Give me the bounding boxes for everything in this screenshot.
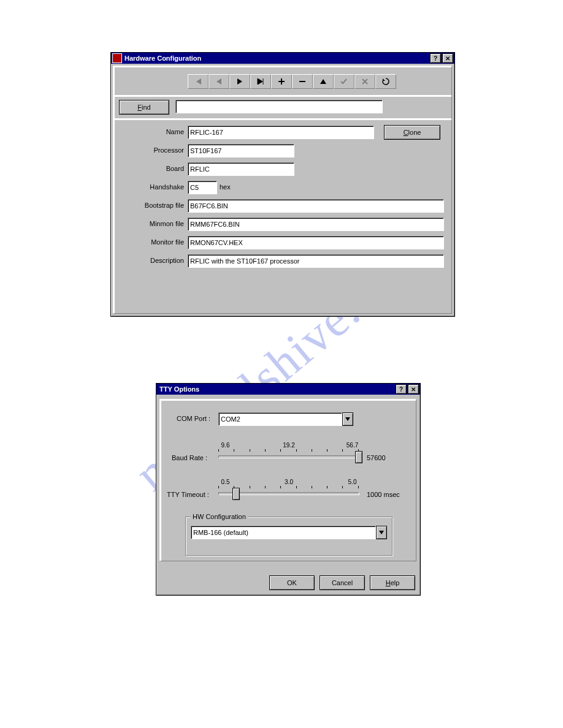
monitor-value: RMON67CV.HEX (190, 239, 243, 246)
timeout-tick-1: 3.0 (285, 479, 293, 485)
tb-refresh[interactable] (375, 74, 396, 89)
hw-form-panel: Name RFLIC-167 Clone Processor ST10F167 … (113, 119, 452, 314)
prev-icon (216, 78, 222, 85)
hw-config-chevron[interactable] (376, 526, 387, 539)
comport-dropdown[interactable]: COM2 (218, 412, 353, 426)
timeout-tick-2: 5.0 (348, 479, 357, 485)
chevron-down-icon (379, 531, 384, 534)
help-button[interactable]: ? (430, 53, 441, 63)
refresh-icon (382, 78, 389, 85)
tb-remove[interactable] (292, 74, 313, 89)
hw-find-panel: Find (113, 96, 452, 119)
monitor-input[interactable]: RMON67CV.HEX (188, 236, 444, 249)
bootstrap-input[interactable]: B67FC6.BIN (188, 199, 444, 213)
description-value: RFLIC with the ST10F167 processor (190, 257, 300, 265)
ok-button[interactable]: OK (269, 575, 315, 590)
close-icon: ✕ (411, 386, 416, 393)
check-icon (340, 78, 348, 85)
tb-last[interactable] (250, 74, 271, 89)
tb-apply[interactable] (334, 74, 354, 89)
tty-titlebar: TTY Options ? ✕ (156, 384, 420, 395)
clone-label: Clone (404, 129, 421, 136)
name-label: Name (120, 128, 184, 135)
timeout-label: TTY Timeout : (167, 491, 209, 498)
tb-first[interactable] (188, 74, 209, 89)
help-icon: ? (399, 386, 403, 393)
cancel-label: Cancel (332, 579, 353, 586)
baudrate-value: 57600 (367, 454, 386, 461)
tb-cancel[interactable] (354, 74, 375, 89)
close-icon: ✕ (445, 55, 450, 62)
processor-label: Processor (120, 146, 184, 154)
hw-toolbar (188, 74, 396, 89)
board-value: RFLIC (190, 165, 210, 173)
ok-label: OK (287, 579, 297, 586)
comport-label: COM Port : (177, 415, 210, 422)
hw-title: Hardware Configuration (124, 55, 429, 62)
minmon-label: Minmon file (120, 220, 184, 227)
find-label: Find (137, 104, 150, 111)
processor-input[interactable]: ST10F167 (188, 144, 294, 157)
timeout-thumb[interactable] (232, 488, 240, 500)
find-input[interactable] (175, 100, 383, 113)
tb-add[interactable] (271, 74, 292, 89)
help-button[interactable]: Help (370, 575, 415, 590)
minmon-input[interactable]: RMM67FC6.BIN (188, 218, 444, 231)
baudrate-thumb[interactable] (355, 451, 362, 463)
description-label: Description (120, 257, 184, 264)
hw-config-dropdown[interactable]: RMB-166 (default) (191, 526, 387, 539)
minus-icon (299, 78, 305, 85)
bootstrap-value: B67FC6.BIN (190, 202, 228, 210)
baud-tick-0: 9.6 (221, 442, 230, 449)
tb-play[interactable] (229, 74, 250, 89)
description-input[interactable]: RFLIC with the ST10F167 processor (188, 254, 444, 268)
cancel-button[interactable]: Cancel (320, 575, 365, 590)
hardware-config-window: Hardware Configuration ? ✕ Find Name RFL… (110, 52, 455, 317)
first-icon (194, 78, 202, 85)
name-input[interactable]: RFLIC-167 (188, 126, 374, 139)
hw-toolbar-panel (113, 66, 452, 96)
play-icon (237, 78, 243, 85)
close-button[interactable]: ✕ (442, 53, 453, 63)
hw-config-group: HW Configuration RMB-166 (default) (185, 517, 393, 556)
hw-titlebar: Hardware Configuration ? ✕ (111, 53, 454, 64)
plus-icon (278, 78, 285, 85)
find-button[interactable]: Find (119, 100, 169, 115)
tty-main-panel: COM Port : COM2 Baud Rate : 9.6 19.2 56.… (160, 400, 416, 561)
tty-options-window: TTY Options ? ✕ COM Port : COM2 Baud Rat… (156, 383, 421, 596)
timeout-tick-0: 0.5 (221, 479, 230, 485)
processor-value: ST10F167 (190, 147, 221, 154)
help-label: Help (386, 579, 400, 586)
hw-config-legend: HW Configuration (191, 513, 248, 520)
app-icon (112, 53, 122, 63)
chevron-down-icon (345, 417, 350, 421)
baudrate-label: Baud Rate : (172, 454, 207, 461)
last-icon (257, 78, 264, 85)
tty-help-button[interactable]: ? (396, 384, 407, 394)
hex-label: hex (220, 183, 231, 191)
up-icon (320, 79, 326, 84)
bootstrap-label: Bootstrap file (120, 202, 184, 209)
handshake-input[interactable]: C5 (188, 181, 217, 194)
help-icon: ? (434, 55, 437, 62)
board-input[interactable]: RFLIC (188, 162, 294, 176)
comport-chevron[interactable] (342, 412, 353, 426)
baud-tick-2: 56.7 (347, 442, 358, 449)
tb-prev[interactable] (209, 74, 229, 89)
comport-value: COM2 (221, 415, 240, 423)
hw-config-value: RMB-166 (default) (193, 529, 248, 536)
monitor-label: Monitor file (120, 238, 184, 246)
board-label: Board (120, 165, 184, 172)
minmon-value: RMM67FC6.BIN (190, 221, 240, 228)
baudrate-slider[interactable] (218, 449, 359, 459)
svg-rect-0 (299, 81, 305, 82)
baud-tick-1: 19.2 (283, 442, 294, 449)
timeout-slider[interactable] (218, 486, 359, 496)
handshake-label: Handshake (120, 183, 184, 191)
clone-button[interactable]: Clone (384, 125, 440, 140)
tty-close-button[interactable]: ✕ (408, 384, 419, 394)
tty-button-bar: OK Cancel Help (269, 575, 415, 590)
handshake-value: C5 (190, 184, 199, 191)
timeout-value: 1000 msec (367, 491, 400, 498)
tb-up[interactable] (313, 74, 334, 89)
